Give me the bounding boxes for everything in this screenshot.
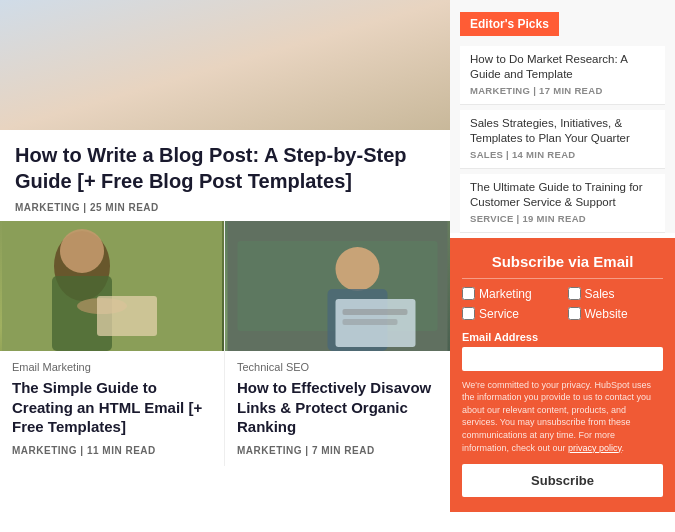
pick-title-3: The Ultimate Guide to Training for Custo… — [470, 180, 655, 210]
pick-item-2[interactable]: Sales Strategies, Initiatives, & Templat… — [460, 110, 665, 169]
article-category-1: Email Marketing — [12, 361, 212, 373]
checkbox-sales-label: Sales — [585, 287, 615, 301]
checkbox-marketing[interactable]: Marketing — [462, 287, 558, 301]
article-card-1[interactable]: Email Marketing The Simple Guide to Crea… — [0, 221, 225, 466]
hero-content: How to Write a Blog Post: A Step-by-Step… — [0, 130, 450, 221]
checkboxes: Marketing Sales Service Website — [462, 287, 663, 321]
pick-item-1[interactable]: How to Do Market Research: A Guide and T… — [460, 46, 665, 105]
checkbox-website-input[interactable] — [568, 307, 581, 320]
article-card-2[interactable]: Technical SEO How to Effectively Disavow… — [225, 221, 450, 466]
svg-rect-11 — [343, 309, 408, 315]
sidebar: Editor's Picks How to Do Market Research… — [450, 0, 675, 512]
article-content-1: Email Marketing The Simple Guide to Crea… — [0, 351, 224, 466]
article-meta-1: MARKETING | 11 MIN READ — [12, 445, 212, 456]
article-image-2 — [225, 221, 450, 351]
pick-meta-1: MARKETING | 17 MIN READ — [470, 85, 655, 96]
checkbox-service-label: Service — [479, 307, 519, 321]
article-title-1[interactable]: The Simple Guide to Creating an HTML Ema… — [12, 378, 212, 437]
checkbox-marketing-input[interactable] — [462, 287, 475, 300]
editors-picks: Editor's Picks How to Do Market Research… — [450, 0, 675, 233]
articles-row: Email Marketing The Simple Guide to Crea… — [0, 221, 450, 466]
svg-rect-5 — [97, 296, 157, 336]
checkbox-sales-input[interactable] — [568, 287, 581, 300]
checkbox-sales[interactable]: Sales — [568, 287, 664, 301]
hero-meta: MARKETING | 25 MIN READ — [15, 202, 435, 213]
article-category-2: Technical SEO — [237, 361, 438, 373]
email-input[interactable] — [462, 347, 663, 371]
article-content-2: Technical SEO How to Effectively Disavow… — [225, 351, 450, 466]
checkbox-service-input[interactable] — [462, 307, 475, 320]
article-meta-2: MARKETING | 7 MIN READ — [237, 445, 438, 456]
editors-picks-header: Editor's Picks — [460, 12, 559, 36]
checkbox-marketing-label: Marketing — [479, 287, 532, 301]
svg-point-2 — [60, 229, 104, 273]
hero-image — [0, 0, 450, 130]
main-content: How to Write a Blog Post: A Step-by-Step… — [0, 0, 450, 512]
subscribe-button[interactable]: Subscribe — [462, 464, 663, 497]
subscribe-box: Subscribe via Email Marketing Sales Serv… — [450, 238, 675, 513]
checkbox-service[interactable]: Service — [462, 307, 558, 321]
svg-point-8 — [336, 247, 380, 291]
article-image-1 — [0, 221, 224, 351]
subscribe-title: Subscribe via Email — [462, 253, 663, 279]
privacy-policy-link[interactable]: privacy policy — [568, 443, 621, 453]
svg-rect-12 — [343, 319, 398, 325]
pick-title-2: Sales Strategies, Initiatives, & Templat… — [470, 116, 655, 146]
privacy-text: We're committed to your privacy. HubSpot… — [462, 379, 663, 455]
checkbox-website[interactable]: Website — [568, 307, 664, 321]
pick-meta-2: SALES | 14 MIN READ — [470, 149, 655, 160]
pick-meta-3: SERVICE | 19 MIN READ — [470, 213, 655, 224]
hero-title[interactable]: How to Write a Blog Post: A Step-by-Step… — [15, 142, 435, 194]
email-label: Email Address — [462, 331, 663, 343]
pick-title-1: How to Do Market Research: A Guide and T… — [470, 52, 655, 82]
article-title-2[interactable]: How to Effectively Disavow Links & Prote… — [237, 378, 438, 437]
pick-item-3[interactable]: The Ultimate Guide to Training for Custo… — [460, 174, 665, 233]
checkbox-website-label: Website — [585, 307, 628, 321]
